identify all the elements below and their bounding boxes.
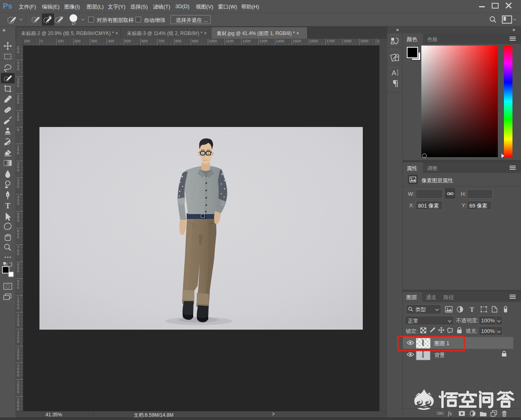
svg-text:T: T: [470, 306, 474, 313]
svg-text:A: A: [392, 69, 397, 77]
svg-text:fx: fx: [448, 411, 452, 417]
svg-text:T: T: [5, 201, 11, 210]
